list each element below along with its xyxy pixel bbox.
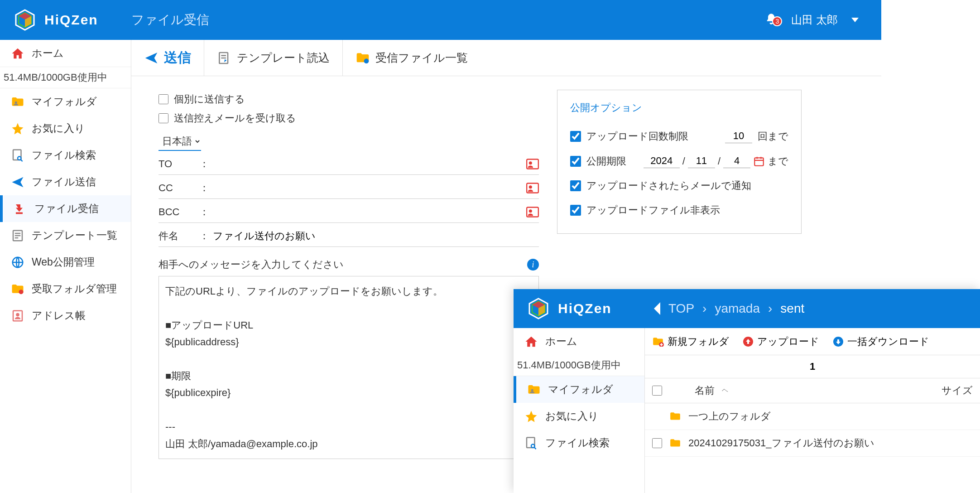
template-icon [11,229,24,242]
second-toolbar: 新規フォルダ アップロード 一括ダウンロード [645,328,980,355]
to-input[interactable] [213,158,526,170]
recv-list-label: 受信ファイル一覧 [375,50,468,65]
svg-point-26 [531,389,533,391]
checkbox[interactable] [159,94,168,104]
addressbook-icon[interactable] [526,182,539,194]
sidebar-item-favorites[interactable]: お気に入り [0,115,131,142]
bcc-field-row: BCC ： [159,202,539,223]
page-number[interactable]: 1 [810,361,815,372]
search-file-icon [524,436,538,450]
sidebar-home[interactable]: ホーム [0,40,131,67]
expiry-year-input[interactable] [644,154,680,168]
sidebar-home[interactable]: ホーム [514,328,644,355]
sidebar-item-send[interactable]: ファイル送信 [0,169,131,195]
cc-input[interactable] [213,182,526,194]
calendar-icon[interactable] [753,155,765,167]
svg-point-28 [531,444,535,448]
table-row[interactable]: 20241029175031_ファイル送付のお願い [645,430,980,457]
upload-button[interactable]: アップロード [743,335,819,348]
hide-option: アップロードファイル非表示 [570,198,788,222]
upload-limit-checkbox[interactable] [570,131,581,142]
checkbox[interactable] [159,113,168,123]
svg-rect-27 [527,437,535,448]
sidebar-item-label: お気に入り [545,409,599,423]
template-load-label: テンプレート読込 [237,50,330,65]
individual-send-checkbox[interactable]: 個別に送信する [159,90,539,109]
new-folder-button[interactable]: 新規フォルダ [652,335,729,348]
sidebar-item-myfolder[interactable]: マイフォルダ [514,376,644,403]
folder-icon [669,411,681,421]
addressbook-icon [11,309,24,323]
user-name[interactable]: 山田 太郎 [791,13,838,27]
expiry-day-input[interactable] [723,154,750,168]
sidebar-item-receive[interactable]: ファイル受信 [0,195,131,222]
upload-limit-label: アップロード回数制限 [586,130,688,143]
svg-point-14 [364,58,369,63]
back-arrow-icon[interactable] [654,302,660,315]
expiry-checkbox[interactable] [570,156,581,167]
table-header: 名前 ヘ サイズ [645,378,980,403]
template-load-icon [217,51,231,65]
upload-limit-input[interactable] [725,129,752,143]
new-folder-label: 新規フォルダ [668,335,729,348]
upload-label: アップロード [757,335,819,348]
table-row[interactable]: 一つ上のフォルダ [645,403,980,430]
second-body: ホーム 51.4MB/1000GB使用中 マイフォルダ お気に入り ファイル検索… [514,328,980,493]
download-all-button[interactable]: 一括ダウンロード [833,335,929,348]
publish-options-panel: 公開オプション アップロード回数制限 回まで 公開期限 / [557,90,802,234]
sidebar-item-address[interactable]: アドレス帳 [0,302,131,329]
template-load-button[interactable]: テンプレート読込 [204,40,343,76]
chevron-right-icon: › [768,301,772,316]
globe-icon [11,256,24,269]
sidebar-item-search[interactable]: ファイル検索 [514,430,644,456]
checkbox-label: 個別に送信する [174,92,245,106]
expiry-month-input[interactable] [688,154,715,168]
col-size[interactable]: サイズ [942,384,973,397]
sidebar-item-web-publish[interactable]: Web公開管理 [0,249,131,276]
sidebar-item-label: ファイル受信 [34,202,99,216]
breadcrumb-item[interactable]: TOP [668,301,694,316]
sidebar-item-favorites[interactable]: お気に入り [514,403,644,430]
sort-asc-icon: ヘ [722,387,728,395]
svg-rect-7 [16,212,23,214]
row-checkbox[interactable] [652,438,662,448]
info-icon[interactable]: i [527,259,539,271]
breadcrumb-item[interactable]: sent [780,301,804,316]
recv-list-button[interactable]: 受信ファイル一覧 [343,40,480,76]
message-textarea[interactable]: 下記のURLより、ファイルのアップロードをお願いします。 ■アップロードURL … [159,276,539,459]
svg-point-16 [529,161,532,164]
download-icon [833,336,844,347]
notify-checkbox[interactable] [570,180,581,191]
sidebar-home-label: ホーム [545,334,577,348]
addressbook-icon[interactable] [526,158,539,170]
second-main: 新規フォルダ アップロード 一括ダウンロード 1 名前 ヘ サイズ [645,328,980,493]
sidebar-item-label: テンプレート一覧 [32,228,117,242]
sidebar-item-templates[interactable]: テンプレート一覧 [0,222,131,249]
breadcrumb-item[interactable]: yamada [715,301,760,316]
addressbook-icon[interactable] [526,206,539,218]
svg-rect-21 [754,158,764,165]
send-button[interactable]: 送信 [131,40,204,76]
col-name[interactable]: 名前 [695,384,715,397]
select-all-checkbox[interactable] [652,386,662,396]
hide-checkbox[interactable] [570,205,581,216]
notification-button[interactable]: 3 [765,13,778,27]
sidebar-item-myfolder[interactable]: マイフォルダ [0,88,131,115]
expiry-suffix: まで [768,155,788,168]
sidebar-item-label: マイフォルダ [548,382,613,396]
subject-input[interactable] [213,230,539,242]
language-select[interactable]: 日本語 [159,132,201,151]
second-header: HiQZen TOP › yamada › sent [514,289,980,328]
sidebar-item-recv-folder[interactable]: 受取フォルダ管理 [0,276,131,302]
chevron-down-icon[interactable] [851,18,859,22]
cc-field-row: CC ： [159,178,539,199]
pagination: 1 [645,355,980,378]
sidebar-item-search[interactable]: ファイル検索 [0,142,131,169]
bcc-input[interactable] [213,206,526,218]
svg-point-12 [16,313,19,316]
sidebar-item-label: アドレス帳 [32,309,86,323]
svg-point-10 [19,290,24,294]
copy-self-checkbox[interactable]: 送信控えメールを受け取る [159,109,539,128]
download-all-label: 一括ダウンロード [847,335,929,348]
svg-point-18 [529,185,532,188]
